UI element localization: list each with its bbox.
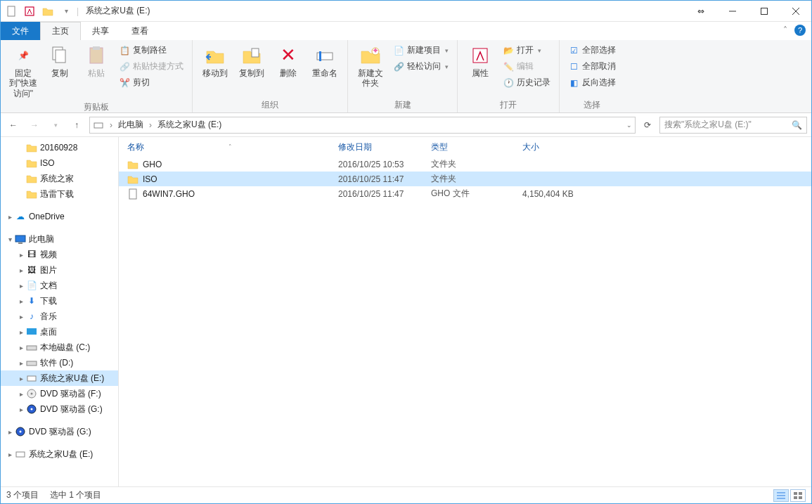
tree-item[interactable]: ▸系统之家U盘 (E:) [1, 370, 118, 386]
minimize-button[interactable] [716, 1, 748, 22]
tree-caret-icon[interactable]: ▸ [5, 428, 15, 436]
tree-item[interactable]: 迅雷下载 [1, 186, 118, 202]
tree-item[interactable]: ▸DVD 驱动器 (F:) [1, 386, 118, 401]
column-date[interactable]: 修改日期 [338, 137, 431, 157]
pin-to-quickaccess-button[interactable]: 📌固定到"快速访问" [6, 43, 40, 100]
history-button[interactable]: 🕐历史记录 [500, 75, 553, 90]
easy-access-button[interactable]: 🔗轻松访问▾ [390, 59, 451, 74]
new-item-button[interactable]: 📄新建项目▾ [390, 43, 451, 58]
tree-caret-icon[interactable]: ▸ [16, 359, 26, 367]
address-dropdown-icon[interactable]: ⌄ [626, 122, 632, 129]
file-row[interactable]: 64WIN7.GHO2016/10/25 11:47GHO 文件4,150,40… [119, 186, 811, 201]
item-count: 3 个项目 [6, 489, 39, 501]
delete-button[interactable]: ✕删除 [271, 43, 305, 79]
tree-item[interactable]: ▸系统之家U盘 (E:) [1, 446, 118, 462]
invert-selection-button[interactable]: ◧反向选择 [565, 75, 619, 90]
recent-dropdown-icon[interactable]: ▾ [47, 117, 64, 134]
tree-item[interactable]: ▸⬇下载 [1, 293, 118, 309]
breadcrumb-caret-icon[interactable]: › [146, 120, 155, 130]
tree-caret-icon[interactable]: ▸ [16, 375, 26, 382]
tab-share[interactable]: 共享 [81, 22, 120, 40]
details-view-button[interactable] [773, 489, 789, 502]
column-type[interactable]: 类型 [431, 137, 522, 157]
tree-item[interactable]: ▾此电脑 [1, 231, 118, 247]
tree-caret-icon[interactable]: ▸ [5, 451, 15, 458]
collapse-ribbon-icon[interactable]: ˄ [783, 25, 787, 35]
resize-icon[interactable]: ⇔ [685, 1, 716, 22]
help-icon[interactable]: ? [794, 25, 806, 36]
select-all-button[interactable]: ☑全部选择 [565, 43, 619, 58]
edit-button[interactable]: ✏️编辑 [500, 59, 553, 74]
select-none-button[interactable]: ☐全部取消 [565, 59, 619, 74]
file-list[interactable]: GHO2016/10/25 10:53文件夹ISO2016/10/25 11:4… [119, 157, 811, 486]
svg-rect-30 [129, 189, 136, 199]
tree-caret-icon[interactable]: ▾ [5, 235, 15, 243]
file-row[interactable]: GHO2016/10/25 10:53文件夹 [119, 157, 811, 172]
tree-item[interactable]: ▸☁OneDrive [1, 209, 118, 224]
file-name: 64WIN7.GHO [143, 189, 195, 199]
tab-file[interactable]: 文件 [1, 22, 40, 40]
tree-item[interactable]: ▸DVD 驱动器 (G:) [1, 424, 118, 439]
tree-item[interactable]: ▸本地磁盘 (C:) [1, 340, 118, 355]
move-to-button[interactable]: 移动到 [198, 43, 232, 79]
column-size[interactable]: 大小 [522, 137, 593, 157]
thumbnails-view-button[interactable] [790, 489, 806, 502]
qat-dropdown-icon[interactable]: ▾ [58, 4, 74, 19]
paste-button[interactable]: 粘贴 [79, 43, 113, 79]
forward-button[interactable]: → [26, 117, 43, 134]
breadcrumb-caret-icon[interactable]: › [107, 120, 115, 130]
copy-to-button[interactable]: 复制到 [235, 43, 269, 79]
up-button[interactable]: ↑ [68, 117, 85, 134]
breadcrumb-this-pc[interactable]: 此电脑 [118, 119, 143, 131]
tree-item[interactable]: 系统之家 [1, 171, 118, 186]
back-button[interactable]: ← [5, 117, 22, 134]
copy-button[interactable]: 复制 [43, 43, 77, 79]
dvd2-icon [26, 403, 37, 415]
tree-item[interactable]: ▸📄文档 [1, 278, 118, 293]
copy-path-button[interactable]: 📋复制路径 [116, 43, 186, 58]
tree-item[interactable]: 20160928 [1, 140, 118, 155]
open-button[interactable]: 📂打开▾ [500, 43, 553, 58]
search-input[interactable]: 搜索"系统之家U盘 (E:)" 🔍 [659, 117, 807, 134]
tree-caret-icon[interactable]: ▸ [16, 282, 26, 290]
maximize-button[interactable] [748, 1, 780, 22]
tree-caret-icon[interactable]: ▸ [16, 328, 26, 336]
paste-shortcut-button[interactable]: 🔗粘贴快捷方式 [116, 59, 186, 74]
folder-qat-icon[interactable] [40, 4, 56, 19]
tab-home[interactable]: 主页 [40, 22, 81, 40]
tree-item[interactable]: ▸♪音乐 [1, 309, 118, 324]
tree-item[interactable]: ▸DVD 驱动器 (G:) [1, 401, 118, 417]
new-folder-label: 新建文件夹 [355, 68, 386, 89]
tree-caret-icon[interactable]: ▸ [16, 390, 26, 398]
tree-item[interactable]: ▸🖼图片 [1, 262, 118, 278]
close-button[interactable] [780, 1, 811, 22]
breadcrumb-current[interactable]: 系统之家U盘 (E:) [157, 119, 221, 131]
refresh-button[interactable]: ⟳ [640, 117, 655, 133]
tree-item-label: 视频 [40, 249, 57, 261]
navigation-tree[interactable]: 20160928ISO系统之家迅雷下载▸☁OneDrive▾此电脑▸🎞视频▸🖼图… [1, 137, 119, 486]
tree-caret-icon[interactable]: ▸ [5, 213, 15, 221]
svg-rect-10 [252, 49, 259, 57]
tree-item[interactable]: ISO [1, 155, 118, 171]
tree-caret-icon[interactable]: ▸ [16, 313, 26, 321]
tree-item[interactable]: ▸桌面 [1, 324, 118, 340]
column-name[interactable]: 名称˄ [127, 137, 338, 157]
cut-button[interactable]: ✂️剪切 [116, 75, 186, 90]
new-folder-button[interactable]: ✦新建文件夹 [354, 43, 387, 90]
properties-button[interactable]: 属性 [463, 43, 497, 79]
tree-caret-icon[interactable]: ▸ [16, 251, 26, 259]
new-doc-icon[interactable] [4, 4, 19, 19]
tree-caret-icon[interactable]: ▸ [16, 266, 26, 274]
easy-access-label: 轻松访问 [407, 60, 441, 72]
properties-icon[interactable] [22, 4, 37, 19]
tree-caret-icon[interactable]: ▸ [16, 344, 26, 351]
video-icon: 🎞 [26, 249, 37, 260]
tab-view[interactable]: 查看 [120, 22, 160, 40]
tree-item[interactable]: ▸软件 (D:) [1, 355, 118, 370]
tree-item[interactable]: ▸🎞视频 [1, 247, 118, 262]
file-row[interactable]: ISO2016/10/25 11:47文件夹 [119, 172, 811, 186]
rename-button[interactable]: 重命名 [308, 43, 342, 79]
address-bar[interactable]: › 此电脑 › 系统之家U盘 (E:) ⌄ [89, 117, 636, 134]
tree-caret-icon[interactable]: ▸ [16, 297, 26, 305]
tree-caret-icon[interactable]: ▸ [16, 406, 26, 413]
